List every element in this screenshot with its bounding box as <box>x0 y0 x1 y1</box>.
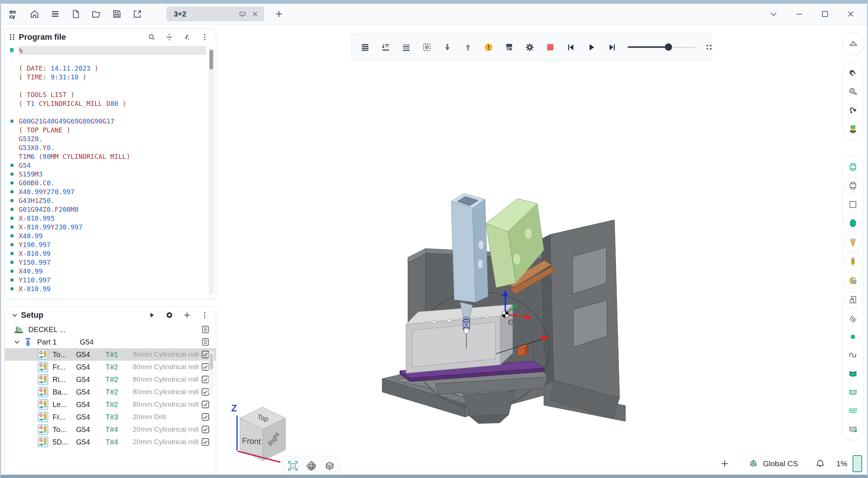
function-icon[interactable]: fx <box>180 30 194 44</box>
executed-dot-icon[interactable] <box>5 261 19 264</box>
document-tab[interactable]: 3+2 <box>166 7 264 21</box>
probe-icon[interactable] <box>844 83 861 100</box>
square-icon[interactable] <box>844 196 861 213</box>
executed-dot-icon[interactable] <box>5 120 19 123</box>
code-line[interactable]: G53X0.Y0. <box>5 143 216 152</box>
fixture-outline-icon[interactable] <box>844 158 861 175</box>
setup-scrollbar[interactable] <box>209 351 214 395</box>
executed-dot-icon[interactable] <box>5 190 19 193</box>
kebab-icon[interactable] <box>197 308 212 322</box>
code-line[interactable] <box>5 81 216 90</box>
executed-dot-icon[interactable] <box>5 164 19 167</box>
wave-icon[interactable] <box>844 347 861 364</box>
op-checkbox-icon[interactable] <box>200 437 211 447</box>
code-line[interactable]: G00B0.C0. <box>5 178 216 187</box>
executed-dot-icon[interactable] <box>5 199 19 202</box>
close-icon[interactable] <box>843 7 858 21</box>
code-line[interactable]: G54 <box>5 161 216 170</box>
control-panel-icon[interactable] <box>503 41 515 53</box>
minimize-icon[interactable] <box>792 7 807 21</box>
code-line[interactable]: X40.99 <box>5 267 216 275</box>
lines-to-icon[interactable] <box>379 41 392 53</box>
play-icon[interactable] <box>144 308 159 322</box>
executed-dot-icon[interactable] <box>5 287 19 290</box>
code-line[interactable]: Y110.997 <box>5 275 216 284</box>
drill-icon[interactable] <box>844 253 862 270</box>
drag-dots-icon[interactable] <box>702 40 715 54</box>
executed-dot-icon[interactable] <box>5 252 19 255</box>
cs-selector-label[interactable]: Global CS <box>763 459 798 468</box>
machine-icon[interactable] <box>844 291 862 308</box>
skip-forward-icon[interactable] <box>606 41 618 53</box>
executed-dot-icon[interactable] <box>5 225 19 229</box>
add-cs-button[interactable] <box>717 456 732 471</box>
surface-dot-icon[interactable] <box>844 420 861 437</box>
maximize-icon[interactable] <box>818 7 832 21</box>
save-icon[interactable] <box>108 6 125 22</box>
setup-op-row[interactable]: G Ri... G54 T#2 80mm Cylindrical mill <box>5 373 216 386</box>
stock-icon[interactable] <box>844 120 861 137</box>
op-checkbox-icon[interactable] <box>200 412 211 422</box>
open-folder-icon[interactable] <box>88 6 105 22</box>
doc-lines-icon[interactable] <box>200 324 211 335</box>
part-row[interactable]: Part 1 G54 <box>5 336 216 348</box>
plus-icon[interactable] <box>180 308 194 322</box>
code-line[interactable]: X40.99 <box>5 231 216 240</box>
clamp-icon[interactable] <box>844 102 861 119</box>
menu-icon[interactable] <box>47 6 64 22</box>
setup-op-row[interactable]: G 5D... G54 T#4 20mm Cylindrical mill <box>5 436 216 448</box>
executed-dot-icon[interactable] <box>5 270 19 273</box>
machine-row[interactable]: DECKEL ... <box>5 323 216 336</box>
setup-op-row[interactable]: G Fr... G54 T#3 20mm Drill <box>5 411 216 423</box>
code-line[interactable]: ( TIME: 9:31:10 ) <box>5 72 216 81</box>
code-line[interactable]: G43H1Z50. <box>5 196 216 205</box>
executed-dot-icon[interactable] <box>5 243 19 246</box>
code-line[interactable]: X-810.99 <box>5 284 216 293</box>
program-scrollbar[interactable] <box>209 47 214 295</box>
axis-cs-icon[interactable] <box>746 456 761 471</box>
setup-op-row[interactable]: G Fr... G54 T#2 80mm Cylindrical mill <box>5 361 216 373</box>
arrow-up-icon[interactable] <box>462 41 474 53</box>
surface-gray-icon[interactable] <box>844 384 861 400</box>
code-line[interactable]: Y150.997 <box>5 258 216 267</box>
part-collapse-icon[interactable] <box>12 337 22 347</box>
gear-icon[interactable] <box>523 41 536 53</box>
goto-line-icon[interactable] <box>162 30 177 44</box>
play-run-icon[interactable] <box>585 41 598 53</box>
bookmark-icon[interactable] <box>5 47 19 54</box>
executed-dot-icon[interactable] <box>5 217 19 220</box>
code-line[interactable]: X-810.995 <box>5 214 216 222</box>
search-icon[interactable] <box>144 30 159 44</box>
code-line[interactable] <box>5 55 216 64</box>
stop-icon[interactable] <box>544 41 556 53</box>
code-line[interactable]: Y190.997 <box>5 240 216 249</box>
fit-view-icon[interactable] <box>285 458 301 474</box>
magnet-icon[interactable] <box>844 65 861 82</box>
home-icon[interactable] <box>26 6 43 22</box>
panel-drag-handle-icon[interactable] <box>10 34 15 40</box>
code-line[interactable] <box>5 108 216 117</box>
machine-3d-view[interactable]: G54 <box>371 173 628 430</box>
code-line[interactable]: S159M3 <box>5 170 216 178</box>
share-icon[interactable] <box>129 6 146 22</box>
collapse-sidebar-button[interactable] <box>842 32 864 54</box>
code-line[interactable]: X-810.99 <box>5 249 216 258</box>
cone-icon[interactable] <box>844 233 862 251</box>
dot-icon[interactable] <box>844 328 861 345</box>
orbit-icon[interactable] <box>303 458 319 474</box>
code-line[interactable]: ( TOP PLANE ) <box>5 125 216 134</box>
code-line[interactable]: ( TOOLS LIST ) <box>5 90 216 99</box>
vise-icon[interactable] <box>844 272 862 289</box>
code-line[interactable]: ( DATE: 14.11.2023 ) <box>5 64 216 72</box>
setup-op-row[interactable]: G To... G54 T#4 20mm Cylindrical mill <box>5 423 216 436</box>
bell-icon[interactable] <box>813 456 828 471</box>
block-sim-icon[interactable] <box>420 41 433 53</box>
code-line[interactable]: ( T1 CYLINDRICAL_MILL D80 ) <box>5 99 216 108</box>
doc-lines-icon[interactable] <box>200 337 211 347</box>
new-tab-button[interactable] <box>271 6 287 22</box>
setup-op-row[interactable]: G Ba... G54 T#2 80mm Cylindrical mill <box>5 386 216 398</box>
executed-dot-icon[interactable] <box>5 278 19 282</box>
speed-slider[interactable] <box>628 43 696 51</box>
surface-grid-icon[interactable] <box>844 402 861 419</box>
lines-all-icon[interactable] <box>359 41 371 53</box>
